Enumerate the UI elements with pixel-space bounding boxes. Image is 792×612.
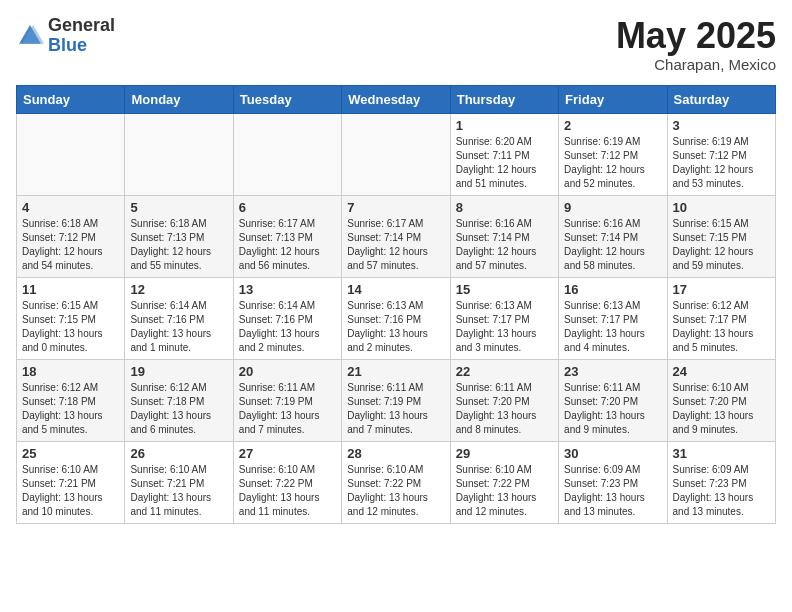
day-number: 6 — [239, 200, 336, 215]
col-header-tuesday: Tuesday — [233, 85, 341, 113]
day-number: 11 — [22, 282, 119, 297]
day-info: Sunrise: 6:13 AM Sunset: 7:16 PM Dayligh… — [347, 299, 444, 355]
day-info: Sunrise: 6:10 AM Sunset: 7:22 PM Dayligh… — [239, 463, 336, 519]
day-number: 16 — [564, 282, 661, 297]
calendar-cell: 7Sunrise: 6:17 AM Sunset: 7:14 PM Daylig… — [342, 195, 450, 277]
calendar-cell: 13Sunrise: 6:14 AM Sunset: 7:16 PM Dayli… — [233, 277, 341, 359]
day-number: 18 — [22, 364, 119, 379]
calendar-cell: 23Sunrise: 6:11 AM Sunset: 7:20 PM Dayli… — [559, 359, 667, 441]
day-info: Sunrise: 6:13 AM Sunset: 7:17 PM Dayligh… — [564, 299, 661, 355]
calendar-cell — [233, 113, 341, 195]
day-number: 20 — [239, 364, 336, 379]
day-number: 3 — [673, 118, 770, 133]
day-info: Sunrise: 6:11 AM Sunset: 7:19 PM Dayligh… — [239, 381, 336, 437]
day-number: 17 — [673, 282, 770, 297]
day-info: Sunrise: 6:12 AM Sunset: 7:17 PM Dayligh… — [673, 299, 770, 355]
day-number: 15 — [456, 282, 553, 297]
calendar-week-row: 4Sunrise: 6:18 AM Sunset: 7:12 PM Daylig… — [17, 195, 776, 277]
calendar-cell: 8Sunrise: 6:16 AM Sunset: 7:14 PM Daylig… — [450, 195, 558, 277]
calendar-cell — [125, 113, 233, 195]
col-header-wednesday: Wednesday — [342, 85, 450, 113]
day-info: Sunrise: 6:16 AM Sunset: 7:14 PM Dayligh… — [564, 217, 661, 273]
calendar-cell: 1Sunrise: 6:20 AM Sunset: 7:11 PM Daylig… — [450, 113, 558, 195]
day-info: Sunrise: 6:17 AM Sunset: 7:14 PM Dayligh… — [347, 217, 444, 273]
calendar-cell: 6Sunrise: 6:17 AM Sunset: 7:13 PM Daylig… — [233, 195, 341, 277]
calendar-cell: 5Sunrise: 6:18 AM Sunset: 7:13 PM Daylig… — [125, 195, 233, 277]
day-info: Sunrise: 6:12 AM Sunset: 7:18 PM Dayligh… — [130, 381, 227, 437]
day-number: 12 — [130, 282, 227, 297]
calendar-cell: 27Sunrise: 6:10 AM Sunset: 7:22 PM Dayli… — [233, 441, 341, 523]
col-header-friday: Friday — [559, 85, 667, 113]
day-number: 13 — [239, 282, 336, 297]
day-info: Sunrise: 6:12 AM Sunset: 7:18 PM Dayligh… — [22, 381, 119, 437]
day-info: Sunrise: 6:14 AM Sunset: 7:16 PM Dayligh… — [239, 299, 336, 355]
logo: General Blue — [16, 16, 115, 56]
calendar-header-row: SundayMondayTuesdayWednesdayThursdayFrid… — [17, 85, 776, 113]
calendar-cell: 28Sunrise: 6:10 AM Sunset: 7:22 PM Dayli… — [342, 441, 450, 523]
day-info: Sunrise: 6:15 AM Sunset: 7:15 PM Dayligh… — [22, 299, 119, 355]
calendar-cell: 12Sunrise: 6:14 AM Sunset: 7:16 PM Dayli… — [125, 277, 233, 359]
logo-icon — [16, 22, 44, 50]
day-number: 9 — [564, 200, 661, 215]
day-number: 5 — [130, 200, 227, 215]
logo-general-text: General — [48, 15, 115, 35]
day-info: Sunrise: 6:17 AM Sunset: 7:13 PM Dayligh… — [239, 217, 336, 273]
day-number: 26 — [130, 446, 227, 461]
location-subtitle: Charapan, Mexico — [616, 56, 776, 73]
calendar-week-row: 1Sunrise: 6:20 AM Sunset: 7:11 PM Daylig… — [17, 113, 776, 195]
day-number: 23 — [564, 364, 661, 379]
calendar-cell: 30Sunrise: 6:09 AM Sunset: 7:23 PM Dayli… — [559, 441, 667, 523]
calendar-cell: 18Sunrise: 6:12 AM Sunset: 7:18 PM Dayli… — [17, 359, 125, 441]
calendar-cell: 20Sunrise: 6:11 AM Sunset: 7:19 PM Dayli… — [233, 359, 341, 441]
day-number: 1 — [456, 118, 553, 133]
day-info: Sunrise: 6:18 AM Sunset: 7:12 PM Dayligh… — [22, 217, 119, 273]
calendar-cell: 22Sunrise: 6:11 AM Sunset: 7:20 PM Dayli… — [450, 359, 558, 441]
calendar-cell: 9Sunrise: 6:16 AM Sunset: 7:14 PM Daylig… — [559, 195, 667, 277]
calendar-cell: 24Sunrise: 6:10 AM Sunset: 7:20 PM Dayli… — [667, 359, 775, 441]
day-info: Sunrise: 6:09 AM Sunset: 7:23 PM Dayligh… — [673, 463, 770, 519]
day-info: Sunrise: 6:10 AM Sunset: 7:20 PM Dayligh… — [673, 381, 770, 437]
day-info: Sunrise: 6:10 AM Sunset: 7:21 PM Dayligh… — [22, 463, 119, 519]
day-number: 14 — [347, 282, 444, 297]
day-info: Sunrise: 6:10 AM Sunset: 7:22 PM Dayligh… — [347, 463, 444, 519]
day-number: 24 — [673, 364, 770, 379]
col-header-thursday: Thursday — [450, 85, 558, 113]
calendar-cell: 31Sunrise: 6:09 AM Sunset: 7:23 PM Dayli… — [667, 441, 775, 523]
day-number: 22 — [456, 364, 553, 379]
day-info: Sunrise: 6:10 AM Sunset: 7:22 PM Dayligh… — [456, 463, 553, 519]
calendar-week-row: 18Sunrise: 6:12 AM Sunset: 7:18 PM Dayli… — [17, 359, 776, 441]
calendar-cell: 15Sunrise: 6:13 AM Sunset: 7:17 PM Dayli… — [450, 277, 558, 359]
calendar-cell: 19Sunrise: 6:12 AM Sunset: 7:18 PM Dayli… — [125, 359, 233, 441]
page-header: General Blue May 2025 Charapan, Mexico — [16, 16, 776, 73]
month-year-title: May 2025 — [616, 16, 776, 56]
calendar-cell: 26Sunrise: 6:10 AM Sunset: 7:21 PM Dayli… — [125, 441, 233, 523]
calendar-cell — [342, 113, 450, 195]
col-header-saturday: Saturday — [667, 85, 775, 113]
day-number: 4 — [22, 200, 119, 215]
calendar-cell: 17Sunrise: 6:12 AM Sunset: 7:17 PM Dayli… — [667, 277, 775, 359]
calendar-cell: 11Sunrise: 6:15 AM Sunset: 7:15 PM Dayli… — [17, 277, 125, 359]
calendar-cell: 14Sunrise: 6:13 AM Sunset: 7:16 PM Dayli… — [342, 277, 450, 359]
logo-blue-text: Blue — [48, 35, 87, 55]
col-header-monday: Monday — [125, 85, 233, 113]
calendar-cell: 25Sunrise: 6:10 AM Sunset: 7:21 PM Dayli… — [17, 441, 125, 523]
calendar-table: SundayMondayTuesdayWednesdayThursdayFrid… — [16, 85, 776, 524]
calendar-cell: 4Sunrise: 6:18 AM Sunset: 7:12 PM Daylig… — [17, 195, 125, 277]
day-info: Sunrise: 6:18 AM Sunset: 7:13 PM Dayligh… — [130, 217, 227, 273]
day-info: Sunrise: 6:19 AM Sunset: 7:12 PM Dayligh… — [564, 135, 661, 191]
calendar-cell: 3Sunrise: 6:19 AM Sunset: 7:12 PM Daylig… — [667, 113, 775, 195]
day-info: Sunrise: 6:11 AM Sunset: 7:19 PM Dayligh… — [347, 381, 444, 437]
day-info: Sunrise: 6:11 AM Sunset: 7:20 PM Dayligh… — [456, 381, 553, 437]
day-info: Sunrise: 6:13 AM Sunset: 7:17 PM Dayligh… — [456, 299, 553, 355]
day-info: Sunrise: 6:15 AM Sunset: 7:15 PM Dayligh… — [673, 217, 770, 273]
day-info: Sunrise: 6:19 AM Sunset: 7:12 PM Dayligh… — [673, 135, 770, 191]
day-number: 27 — [239, 446, 336, 461]
day-number: 8 — [456, 200, 553, 215]
calendar-cell: 16Sunrise: 6:13 AM Sunset: 7:17 PM Dayli… — [559, 277, 667, 359]
calendar-cell: 2Sunrise: 6:19 AM Sunset: 7:12 PM Daylig… — [559, 113, 667, 195]
day-number: 7 — [347, 200, 444, 215]
day-number: 2 — [564, 118, 661, 133]
day-number: 21 — [347, 364, 444, 379]
day-number: 31 — [673, 446, 770, 461]
day-number: 19 — [130, 364, 227, 379]
